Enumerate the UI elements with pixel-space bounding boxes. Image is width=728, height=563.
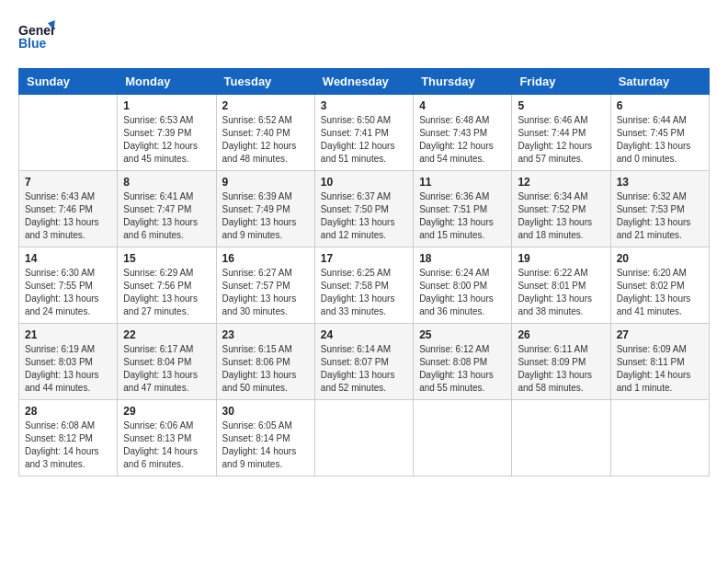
weekday-header: Saturday xyxy=(610,69,709,95)
day-number: 12 xyxy=(518,176,604,189)
day-info: Sunrise: 6:43 AM Sunset: 7:46 PM Dayligh… xyxy=(25,190,111,242)
day-info: Sunrise: 6:41 AM Sunset: 7:47 PM Dayligh… xyxy=(123,190,210,242)
day-info: Sunrise: 6:34 AM Sunset: 7:52 PM Dayligh… xyxy=(518,190,604,242)
calendar-cell: 1Sunrise: 6:53 AM Sunset: 7:39 PM Daylig… xyxy=(118,95,216,171)
weekday-header: Tuesday xyxy=(216,69,314,95)
day-number: 11 xyxy=(419,176,506,189)
day-info: Sunrise: 6:39 AM Sunset: 7:49 PM Dayligh… xyxy=(222,190,309,242)
calendar-cell: 30Sunrise: 6:05 AM Sunset: 8:14 PM Dayli… xyxy=(216,400,314,477)
logo-icon: General Blue xyxy=(18,18,55,55)
day-number: 16 xyxy=(222,252,309,265)
day-info: Sunrise: 6:17 AM Sunset: 8:04 PM Dayligh… xyxy=(123,343,210,395)
weekday-header: Friday xyxy=(512,69,610,95)
day-number: 2 xyxy=(222,99,309,112)
calendar-cell: 13Sunrise: 6:32 AM Sunset: 7:53 PM Dayli… xyxy=(610,171,709,247)
day-info: Sunrise: 6:22 AM Sunset: 8:01 PM Dayligh… xyxy=(518,267,604,318)
calendar-cell: 24Sunrise: 6:14 AM Sunset: 8:07 PM Dayli… xyxy=(314,324,413,400)
calendar-cell xyxy=(414,400,512,477)
day-number: 23 xyxy=(222,328,309,341)
calendar-cell: 26Sunrise: 6:11 AM Sunset: 8:09 PM Dayli… xyxy=(512,324,610,400)
day-info: Sunrise: 6:27 AM Sunset: 7:57 PM Dayligh… xyxy=(222,267,309,318)
calendar-cell xyxy=(314,400,413,477)
calendar-cell: 6Sunrise: 6:44 AM Sunset: 7:45 PM Daylig… xyxy=(610,95,709,171)
calendar-cell: 20Sunrise: 6:20 AM Sunset: 8:02 PM Dayli… xyxy=(610,247,709,324)
calendar-cell: 8Sunrise: 6:41 AM Sunset: 7:47 PM Daylig… xyxy=(118,171,216,247)
day-info: Sunrise: 6:48 AM Sunset: 7:43 PM Dayligh… xyxy=(419,114,506,166)
svg-text:Blue: Blue xyxy=(18,36,47,51)
day-info: Sunrise: 6:19 AM Sunset: 8:03 PM Dayligh… xyxy=(25,343,111,395)
calendar-cell xyxy=(512,400,610,477)
weekday-header: Wednesday xyxy=(314,69,413,95)
calendar-cell: 9Sunrise: 6:39 AM Sunset: 7:49 PM Daylig… xyxy=(216,171,314,247)
day-info: Sunrise: 6:30 AM Sunset: 7:55 PM Dayligh… xyxy=(25,267,111,318)
calendar-cell: 27Sunrise: 6:09 AM Sunset: 8:11 PM Dayli… xyxy=(610,324,709,400)
day-info: Sunrise: 6:37 AM Sunset: 7:50 PM Dayligh… xyxy=(321,190,407,242)
day-number: 5 xyxy=(518,99,604,112)
day-number: 27 xyxy=(617,328,703,341)
day-number: 13 xyxy=(617,176,703,189)
day-info: Sunrise: 6:11 AM Sunset: 8:09 PM Dayligh… xyxy=(518,343,604,395)
logo: General Blue xyxy=(18,18,55,59)
calendar-cell: 16Sunrise: 6:27 AM Sunset: 7:57 PM Dayli… xyxy=(216,247,314,324)
calendar-cell: 3Sunrise: 6:50 AM Sunset: 7:41 PM Daylig… xyxy=(314,95,413,171)
day-number: 14 xyxy=(25,252,111,265)
day-info: Sunrise: 6:36 AM Sunset: 7:51 PM Dayligh… xyxy=(419,190,506,242)
day-info: Sunrise: 6:44 AM Sunset: 7:45 PM Dayligh… xyxy=(617,114,703,166)
calendar-week-row: 21Sunrise: 6:19 AM Sunset: 8:03 PM Dayli… xyxy=(19,324,710,400)
calendar-cell: 5Sunrise: 6:46 AM Sunset: 7:44 PM Daylig… xyxy=(512,95,610,171)
calendar-cell: 4Sunrise: 6:48 AM Sunset: 7:43 PM Daylig… xyxy=(414,95,512,171)
day-number: 18 xyxy=(419,252,506,265)
calendar-cell xyxy=(610,400,709,477)
calendar-cell: 19Sunrise: 6:22 AM Sunset: 8:01 PM Dayli… xyxy=(512,247,610,324)
day-info: Sunrise: 6:14 AM Sunset: 8:07 PM Dayligh… xyxy=(321,343,407,395)
calendar-cell: 10Sunrise: 6:37 AM Sunset: 7:50 PM Dayli… xyxy=(314,171,413,247)
day-number: 22 xyxy=(123,328,210,341)
day-number: 24 xyxy=(321,328,407,341)
day-info: Sunrise: 6:25 AM Sunset: 7:58 PM Dayligh… xyxy=(321,267,407,318)
day-number: 15 xyxy=(123,252,210,265)
day-info: Sunrise: 6:24 AM Sunset: 8:00 PM Dayligh… xyxy=(419,267,506,318)
day-number: 10 xyxy=(321,176,407,189)
day-number: 9 xyxy=(222,176,309,189)
weekday-header: Monday xyxy=(118,69,216,95)
day-number: 21 xyxy=(25,328,111,341)
calendar-week-row: 14Sunrise: 6:30 AM Sunset: 7:55 PM Dayli… xyxy=(19,247,710,324)
day-number: 7 xyxy=(25,176,111,189)
day-number: 4 xyxy=(419,99,506,112)
day-number: 28 xyxy=(25,405,111,418)
calendar-cell: 12Sunrise: 6:34 AM Sunset: 7:52 PM Dayli… xyxy=(512,171,610,247)
calendar-cell: 28Sunrise: 6:08 AM Sunset: 8:12 PM Dayli… xyxy=(19,400,118,477)
day-info: Sunrise: 6:52 AM Sunset: 7:40 PM Dayligh… xyxy=(222,114,309,166)
calendar-cell: 17Sunrise: 6:25 AM Sunset: 7:58 PM Dayli… xyxy=(314,247,413,324)
day-info: Sunrise: 6:12 AM Sunset: 8:08 PM Dayligh… xyxy=(419,343,506,395)
day-info: Sunrise: 6:06 AM Sunset: 8:13 PM Dayligh… xyxy=(123,419,210,471)
day-number: 30 xyxy=(222,405,309,418)
calendar-cell: 25Sunrise: 6:12 AM Sunset: 8:08 PM Dayli… xyxy=(414,324,512,400)
day-info: Sunrise: 6:53 AM Sunset: 7:39 PM Dayligh… xyxy=(123,114,210,166)
weekday-header: Sunday xyxy=(19,69,118,95)
page-header: General Blue xyxy=(18,18,710,59)
calendar-header: SundayMondayTuesdayWednesdayThursdayFrid… xyxy=(19,69,710,95)
calendar-table: SundayMondayTuesdayWednesdayThursdayFrid… xyxy=(18,68,710,477)
calendar-week-row: 1Sunrise: 6:53 AM Sunset: 7:39 PM Daylig… xyxy=(19,95,710,171)
calendar-cell: 15Sunrise: 6:29 AM Sunset: 7:56 PM Dayli… xyxy=(118,247,216,324)
day-info: Sunrise: 6:20 AM Sunset: 8:02 PM Dayligh… xyxy=(617,267,703,318)
calendar-body: 1Sunrise: 6:53 AM Sunset: 7:39 PM Daylig… xyxy=(19,95,710,477)
day-info: Sunrise: 6:08 AM Sunset: 8:12 PM Dayligh… xyxy=(25,419,111,471)
calendar-cell: 21Sunrise: 6:19 AM Sunset: 8:03 PM Dayli… xyxy=(19,324,118,400)
calendar-cell xyxy=(19,95,118,171)
day-info: Sunrise: 6:09 AM Sunset: 8:11 PM Dayligh… xyxy=(617,343,703,395)
day-number: 26 xyxy=(518,328,604,341)
day-number: 19 xyxy=(518,252,604,265)
calendar-week-row: 7Sunrise: 6:43 AM Sunset: 7:46 PM Daylig… xyxy=(19,171,710,247)
day-info: Sunrise: 6:15 AM Sunset: 8:06 PM Dayligh… xyxy=(222,343,309,395)
calendar-cell: 23Sunrise: 6:15 AM Sunset: 8:06 PM Dayli… xyxy=(216,324,314,400)
weekday-header: Thursday xyxy=(414,69,512,95)
day-number: 17 xyxy=(321,252,407,265)
calendar-cell: 2Sunrise: 6:52 AM Sunset: 7:40 PM Daylig… xyxy=(216,95,314,171)
day-info: Sunrise: 6:29 AM Sunset: 7:56 PM Dayligh… xyxy=(123,267,210,318)
day-info: Sunrise: 6:32 AM Sunset: 7:53 PM Dayligh… xyxy=(617,190,703,242)
day-number: 29 xyxy=(123,405,210,418)
calendar-cell: 7Sunrise: 6:43 AM Sunset: 7:46 PM Daylig… xyxy=(19,171,118,247)
day-number: 1 xyxy=(123,99,210,112)
